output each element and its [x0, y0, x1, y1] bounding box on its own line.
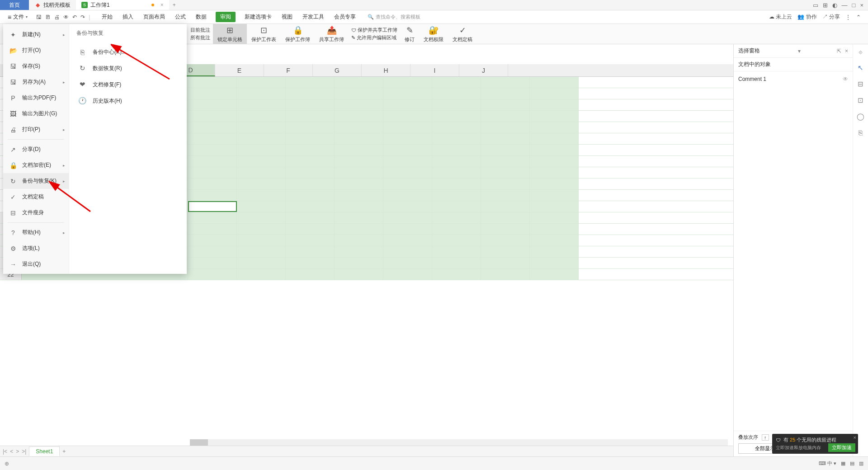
cell[interactable] [432, 156, 481, 167]
cell[interactable] [481, 99, 530, 110]
cell[interactable] [286, 156, 335, 167]
col-header-H[interactable]: H [362, 64, 410, 76]
cell[interactable] [335, 224, 383, 235]
share-button[interactable]: ↗ 分享 [822, 13, 840, 21]
revision-button[interactable]: ✎ 修订 [400, 24, 419, 44]
tab-templates[interactable]: ◆ 找稻壳模板 [29, 0, 76, 10]
all-comments[interactable]: 所有批注 [190, 34, 210, 41]
print-icon[interactable]: 🖨 [54, 14, 60, 20]
more-icon[interactable]: ⋮ [845, 14, 851, 20]
submenu-item[interactable]: ⎘备份中心(K)... [76, 44, 179, 60]
cloud-status[interactable]: ☁ 未上云 [769, 13, 792, 21]
submenu-item[interactable]: ↻数据恢复(R) [76, 60, 179, 76]
close-pane-icon[interactable]: × [845, 48, 848, 54]
col-header-I[interactable]: I [410, 64, 459, 76]
cell[interactable] [188, 156, 237, 167]
file-menu-item[interactable]: ?帮助(H)▸ [3, 225, 69, 240]
view-break-icon[interactable]: ▥ [859, 461, 863, 466]
cell[interactable] [286, 111, 335, 122]
sheet-nav-prev-icon[interactable]: < [10, 448, 13, 455]
file-menu-item[interactable]: ↗分享(D) [3, 141, 69, 157]
pin-icon[interactable]: ⇱ [837, 48, 841, 54]
skin-icon[interactable]: ◐ [832, 2, 837, 9]
cell[interactable] [286, 246, 335, 257]
file-menu-item[interactable]: →退出(Q) [3, 256, 69, 272]
notif-close-icon[interactable]: × [854, 435, 856, 440]
format-icon[interactable]: ⊟ [858, 80, 863, 88]
cell[interactable] [237, 224, 286, 235]
cell[interactable] [383, 258, 432, 268]
cell[interactable] [286, 190, 335, 201]
file-menu-item[interactable]: 🖨打印(P)▸ [3, 122, 69, 137]
cell[interactable] [530, 99, 579, 110]
cell[interactable] [237, 190, 286, 201]
tab-home[interactable]: 首页 [0, 0, 29, 10]
cell[interactable] [432, 212, 481, 223]
cell[interactable] [530, 201, 579, 212]
cell[interactable] [530, 77, 579, 88]
cell[interactable] [335, 145, 383, 155]
lock-cell-button[interactable]: ⊞ 锁定单元格 [213, 24, 247, 44]
cell[interactable] [286, 235, 335, 246]
tab-review[interactable]: 审阅 [216, 12, 236, 22]
cell[interactable] [432, 167, 481, 178]
cell[interactable] [335, 88, 383, 99]
cell[interactable] [432, 88, 481, 99]
cell[interactable] [383, 122, 432, 133]
cell[interactable] [286, 145, 335, 155]
cell[interactable] [237, 99, 286, 110]
col-header-F[interactable]: F [264, 64, 313, 76]
accelerate-button[interactable]: 立即加速 [828, 443, 855, 452]
cell[interactable] [188, 88, 237, 99]
new-tab-button[interactable]: + [169, 0, 179, 10]
collab-button[interactable]: 👥 协作 [797, 13, 816, 21]
cell[interactable] [383, 224, 432, 235]
cell[interactable] [286, 99, 335, 110]
cell[interactable] [237, 179, 286, 189]
file-menu-item[interactable]: ✓文档定稿 [3, 189, 69, 205]
cell[interactable] [530, 111, 579, 122]
view-normal-icon[interactable]: ▦ [841, 461, 845, 466]
protect-share[interactable]: 🛡 保护并共享工作簿 [351, 27, 397, 33]
undo-icon[interactable]: ↶ [72, 14, 77, 20]
cell[interactable] [530, 156, 579, 167]
col-header-J[interactable]: J [459, 64, 508, 76]
apps-icon[interactable]: ⊞ [823, 2, 828, 9]
cell[interactable] [530, 190, 579, 201]
cell[interactable] [335, 201, 383, 212]
cell[interactable] [286, 88, 335, 99]
save-icon[interactable]: 🖫 [36, 14, 42, 20]
cell[interactable] [530, 246, 579, 257]
view-page-icon[interactable]: ▤ [850, 461, 854, 466]
cell[interactable] [481, 258, 530, 268]
cell[interactable] [481, 133, 530, 144]
cell[interactable] [383, 77, 432, 88]
cell[interactable] [335, 212, 383, 223]
cell[interactable] [188, 111, 237, 122]
file-menu-button[interactable]: ≡ 文件 ▾ [5, 12, 31, 22]
cell[interactable] [432, 133, 481, 144]
cell[interactable] [335, 258, 383, 268]
horizontal-scrollbar[interactable] [190, 439, 728, 446]
cell[interactable] [530, 88, 579, 99]
cell[interactable] [286, 122, 335, 133]
cell[interactable] [237, 156, 286, 167]
cell[interactable] [383, 269, 432, 280]
cell[interactable] [481, 88, 530, 99]
submenu-item[interactable]: ❤文档修复(F) [76, 76, 179, 93]
tab-dev-tools[interactable]: 开发工具 [302, 12, 325, 22]
cell[interactable] [481, 235, 530, 246]
cell[interactable] [188, 224, 237, 235]
cell[interactable] [237, 258, 286, 268]
style-icon[interactable]: ⟐ [859, 48, 863, 56]
cell[interactable] [481, 190, 530, 201]
cell[interactable] [481, 212, 530, 223]
cell[interactable] [530, 212, 579, 223]
cell[interactable] [335, 111, 383, 122]
cell[interactable] [335, 122, 383, 133]
cell[interactable] [481, 246, 530, 257]
cell[interactable] [481, 111, 530, 122]
cell[interactable] [237, 167, 286, 178]
cell[interactable] [286, 167, 335, 178]
cell[interactable] [383, 235, 432, 246]
